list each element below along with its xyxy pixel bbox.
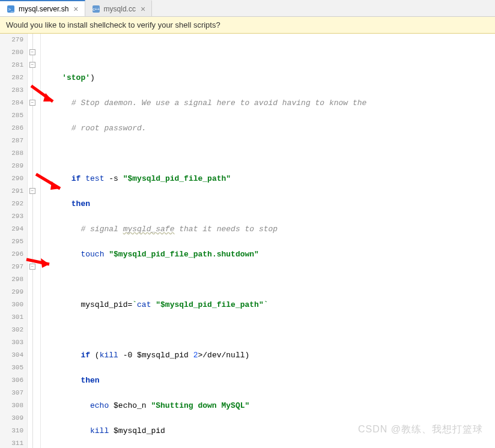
tab-mysql-server-sh[interactable]: >_ mysql.server.sh ×	[0, 0, 85, 16]
fold-marker[interactable]: −	[29, 188, 35, 194]
close-icon[interactable]: ×	[141, 4, 145, 14]
tab-label: mysql.server.sh	[19, 5, 68, 13]
fold-marker[interactable]: −	[29, 49, 35, 55]
notification-banner[interactable]: Would you like to install shellcheck to …	[0, 17, 495, 34]
svg-text:c++: c++	[93, 7, 100, 11]
banner-text: Would you like to install shellcheck to …	[6, 20, 220, 29]
editor-tabs: >_ mysql.server.sh × c++ mysqld.cc ×	[0, 0, 495, 17]
cpp-file-icon: c++	[91, 4, 101, 14]
svg-text:>_: >_	[8, 7, 14, 12]
fold-marker[interactable]: −	[29, 100, 35, 106]
fold-marker[interactable]: −	[29, 264, 35, 270]
tab-mysqld-cc[interactable]: c++ mysqld.cc ×	[85, 0, 153, 16]
line-number-gutter: 2792802812822832842852862872882892902912…	[0, 34, 28, 448]
code-area[interactable]: 'stop') # Stop daemon. We use a signal h…	[41, 34, 495, 448]
tab-label: mysqld.cc	[104, 5, 136, 13]
fold-column: − − − − −	[28, 34, 41, 448]
code-editor[interactable]: 2792802812822832842852862872882892902912…	[0, 34, 495, 448]
close-icon[interactable]: ×	[73, 4, 78, 14]
fold-marker[interactable]: −	[29, 62, 35, 68]
shell-file-icon: >_	[6, 4, 16, 14]
watermark-text: CSDN @教练、我想打篮球	[358, 423, 483, 436]
